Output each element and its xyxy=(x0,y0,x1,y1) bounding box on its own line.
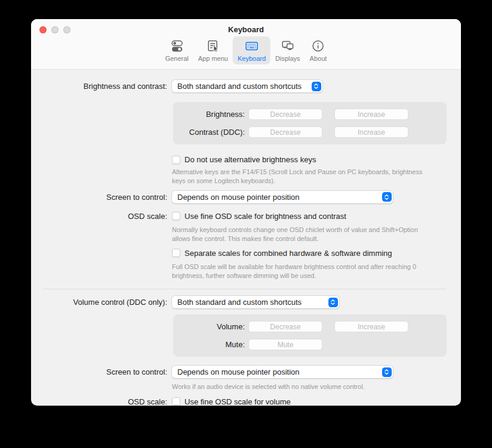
tab-general[interactable]: General xyxy=(161,36,193,64)
alt-keys-help: Alternative keys are the F14/F15 (Scroll… xyxy=(172,168,438,186)
volume-osd-scale-label: OSD scale: xyxy=(31,397,167,406)
osd-fine-row: OSD scale: Use fine OSD scale for bright… xyxy=(31,212,461,221)
tab-displays[interactable]: Displays xyxy=(270,36,305,64)
mute-button[interactable]: Mute xyxy=(248,339,322,350)
volume-mode-label: Volume control (DDC only): xyxy=(31,298,167,307)
contrast-shortcut-row: Contrast (DDC): Decrease Increase xyxy=(173,126,447,138)
volume-fine-osd-label: Use fine OSD scale for volume xyxy=(184,397,291,406)
window-title: Keyboard xyxy=(31,25,461,34)
section-divider xyxy=(43,289,447,289)
brightness-increase-button[interactable]: Increase xyxy=(334,109,408,120)
brightness-screen-label: Screen to control: xyxy=(31,193,167,202)
fine-osd-checkbox[interactable] xyxy=(172,212,180,220)
chevron-up-down-icon xyxy=(328,298,338,307)
separate-scales-help: Full OSD scale will be available for har… xyxy=(172,262,438,281)
brightness-decrease-button[interactable]: Decrease xyxy=(248,109,322,120)
brightness-shortcut-box: Brightness: Decrease Increase Contrast (… xyxy=(173,102,447,144)
tab-about[interactable]: About xyxy=(305,36,332,64)
tab-general-label: General xyxy=(165,55,189,62)
tab-keyboard[interactable]: Keyboard xyxy=(233,36,270,64)
chevron-up-down-icon xyxy=(382,367,392,377)
separate-scales-row: Separate scales for combined hardware & … xyxy=(172,249,461,258)
brightness-mode-row: Brightness and contrast: Both standard a… xyxy=(31,80,461,92)
fine-osd-help: Normally keyboard controls change one OS… xyxy=(172,225,438,244)
brightness-shortcut-label: Brightness: xyxy=(173,110,245,119)
tab-keyboard-label: Keyboard xyxy=(238,55,266,62)
volume-shortcut-box: Volume: Decrease Increase Mute: Mute xyxy=(173,314,447,357)
volume-mode-row: Volume control (DDC only): Both standard… xyxy=(31,296,461,308)
brightness-mode-dropdown[interactable]: Both standard and custom shortcuts xyxy=(172,80,322,92)
toolbar: Keyboard General xyxy=(31,19,461,70)
contrast-increase-button[interactable]: Increase xyxy=(334,126,408,138)
volume-mode-value: Both standard and custom shortcuts xyxy=(177,298,302,307)
volume-screen-value: Depends on mouse pointer position xyxy=(177,367,300,376)
separate-scales-checkbox[interactable] xyxy=(172,249,180,257)
brightness-screen-row: Screen to control: Depends on mouse poin… xyxy=(31,191,461,203)
brightness-mode-value: Both standard and custom shortcuts xyxy=(177,82,302,91)
brightness-screen-dropdown[interactable]: Depends on mouse pointer position xyxy=(172,191,393,203)
chevron-up-down-icon xyxy=(382,192,392,202)
chevron-up-down-icon xyxy=(312,82,321,91)
mute-shortcut-row: Mute: Mute xyxy=(173,339,447,350)
brightness-shortcut-row: Brightness: Decrease Increase xyxy=(173,109,447,120)
displays-icon xyxy=(281,39,295,54)
info-icon xyxy=(311,39,325,54)
keyboard-pane: Brightness and contrast: Both standard a… xyxy=(31,80,461,406)
volume-shortcut-row: Volume: Decrease Increase xyxy=(173,321,447,332)
volume-fine-osd-checkbox[interactable] xyxy=(172,397,180,406)
brightness-mode-label: Brightness and contrast: xyxy=(31,82,167,91)
volume-increase-button[interactable]: Increase xyxy=(334,321,408,332)
tab-app-menu[interactable]: App menu xyxy=(193,36,233,64)
volume-screen-row: Screen to control: Depends on mouse poin… xyxy=(31,366,461,378)
volume-decrease-button[interactable]: Decrease xyxy=(248,321,322,332)
alt-keys-label: Do not use alternative brightness keys xyxy=(184,155,316,164)
mute-shortcut-label: Mute: xyxy=(173,340,245,349)
document-cursor-icon xyxy=(206,39,220,54)
tab-about-label: About xyxy=(310,55,327,62)
contrast-decrease-button[interactable]: Decrease xyxy=(248,126,322,138)
preferences-window: Keyboard General xyxy=(31,19,461,406)
fine-osd-label: Use fine OSD scale for brightness and co… xyxy=(184,212,346,221)
alt-keys-checkbox[interactable] xyxy=(172,156,180,164)
volume-mode-dropdown[interactable]: Both standard and custom shortcuts xyxy=(172,296,339,308)
switches-icon xyxy=(170,39,184,54)
toolbar-tabs: General App menu xyxy=(161,36,332,64)
separate-scales-label: Separate scales for combined hardware & … xyxy=(184,249,392,258)
alt-keys-row: Do not use alternative brightness keys xyxy=(172,155,461,164)
brightness-screen-value: Depends on mouse pointer position xyxy=(177,193,300,202)
volume-shortcut-label: Volume: xyxy=(173,322,245,331)
volume-screen-dropdown[interactable]: Depends on mouse pointer position xyxy=(172,366,393,378)
tab-app-menu-label: App menu xyxy=(198,55,228,62)
volume-osd-row: OSD scale: Use fine OSD scale for volume xyxy=(31,397,461,406)
volume-screen-label: Screen to control: xyxy=(31,367,167,376)
osd-scale-label: OSD scale: xyxy=(31,212,167,221)
contrast-shortcut-label: Contrast (DDC): xyxy=(173,128,245,137)
volume-screen-help: Works if an audio device is selected wit… xyxy=(172,382,438,391)
keyboard-icon xyxy=(244,39,259,54)
tab-displays-label: Displays xyxy=(275,55,300,62)
